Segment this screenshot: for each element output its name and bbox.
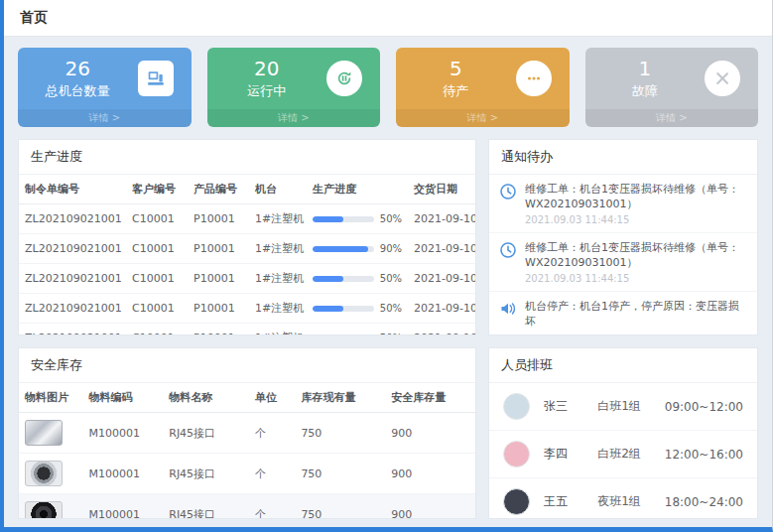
stat-card[interactable]: 20 运行中 [207,48,381,127]
column-header: 物料名称 [163,383,249,413]
stat-value: 5 [396,57,516,80]
material-photo [25,420,63,446]
cell-code: M100001 [83,494,164,520]
progress-percent: 50% [380,213,402,224]
notification-item[interactable]: 维修工单：机台1变压器损坏待维修（单号：WX202109031001） 2021… [489,233,757,292]
notification-text: 机台停产：机台1停产，停产原因：变压器损坏 [525,299,747,330]
notification-list: 维修工单：机台1变压器损坏待维修（单号：WX202109031001） 2021… [489,175,757,335]
notification-item[interactable]: 机台停产：机台1停产，停产原因：变压器损坏 [489,292,757,335]
table-row: ZL202109021001 C10001 P10001 1#注塑机 50% [19,264,475,294]
staff-list: 张三 白班1组 09:00~12:00 李四 白班2组 12:00~16:00 [489,383,757,519]
staff-shift: 白班2组 [597,446,665,463]
notification-body: 机台停产：机台1停产，停产原因：变压器损坏 [525,299,747,332]
stat-label: 故障 [585,82,706,100]
cell-name: RJ45接口 [163,494,249,520]
staff-name: 李四 [544,446,597,463]
cell-product: P10001 [188,204,249,234]
staff-name: 张三 [544,398,597,415]
cell-progress: 50% [307,294,408,324]
notification-text: 维修工单：机台1变压器损坏待维修（单号：WX202109031001） [525,240,747,271]
avatar [503,488,530,515]
progress-percent: 90% [380,243,402,254]
cell-order: ZL202109021001 [19,234,126,264]
cell-code: M100001 [83,454,164,494]
detail-link[interactable]: 详情 > [18,109,192,127]
stat-card[interactable]: 26 总机台数量 [18,48,192,127]
notification-time: 2021.09.03 11:44:15 [525,214,747,225]
inventory-header-row: 物料图片 物料编码 物料名称 单位 库存现有量 安全库存量 [19,383,475,413]
progress-track [313,216,374,222]
stat-icon [326,61,362,96]
notification-item[interactable]: 维修工单：机台1变压器损坏待维修（单号：WX202109031001） 2021… [489,175,757,233]
table-row: ZL202109021001 C10001 P10001 1#注塑机 50% [19,204,475,234]
cell-date: 2021-09-10 [408,324,475,336]
production-panel: 生产进度 制令单编号 客户编号 产品编号 机台 生 [18,139,476,335]
avatar [503,393,530,420]
right-column: 通知待办 [488,139,758,519]
notification-icon [499,183,517,200]
cell-customer: C10001 [126,294,188,324]
column-header: 安全库存量 [385,383,475,413]
stat-label: 待产 [396,82,516,100]
cell-unit: 个 [249,454,295,494]
stat-card[interactable]: 1 故障 [585,48,759,127]
stat-icon [138,61,174,96]
progress-indicator: 50% [313,273,402,284]
inventory-panel: 安全库存 物料图片 物料编码 物料名称 单位 库存 [18,347,476,519]
panel-title-inventory: 安全库存 [19,348,475,383]
cell-date: 2021-09-10 [408,234,475,264]
progress-indicator: 90% [313,243,402,254]
cell-progress: 50% [307,324,408,336]
stat-label: 总机台数量 [18,82,138,100]
detail-link[interactable]: 详情 > [207,109,381,127]
cell-order: ZL202109021001 [19,324,126,336]
cell-date: 2021-09-10 [408,264,475,294]
cell-unit: 个 [249,413,295,454]
cell-progress: 50% [307,264,408,294]
cell-safety: 900 [385,413,475,454]
cell-product: P10001 [188,294,249,324]
production-header-row: 制令单编号 客户编号 产品编号 机台 生产进度 交货日期 [19,175,475,204]
column-header: 交货日期 [408,175,475,204]
stat-card[interactable]: 5 待产 [396,48,570,127]
notification-text: 维修工单：机台1变压器损坏待维修（单号：WX202109031001） [525,182,747,212]
cell-image [19,413,83,454]
staff-shift: 白班1组 [597,398,665,415]
staff-row: 张三 白班1组 09:00~12:00 [489,383,757,431]
column-header: 机台 [249,175,307,204]
panel-title-production: 生产进度 [19,140,475,175]
cell-order: ZL202109021001 [19,264,126,294]
cell-image [19,494,83,520]
cell-safety: 900 [385,454,475,494]
stat-icon [516,61,552,96]
cell-stock: 750 [295,494,385,520]
stat-card-info: 1 故障 [585,57,706,100]
stat-value: 20 [207,57,327,80]
stat-card-info: 5 待产 [396,57,516,100]
stat-card-info: 26 总机台数量 [18,57,138,100]
speaker-icon [499,300,517,318]
notifications-panel: 通知待办 [488,139,758,335]
cell-safety: 900 [385,494,475,520]
dashboard-content: 26 总机台数量 [4,37,772,527]
progress-bar [313,276,343,282]
detail-link[interactable]: 详情 > [585,109,759,127]
progress-percent: 50% [380,273,402,284]
detail-link[interactable]: 详情 > [396,109,570,127]
material-photo [25,461,63,486]
cell-machine: 1#注塑机 [249,204,307,234]
progress-track [313,276,374,282]
cell-name: RJ45接口 [163,413,249,454]
tab-home[interactable]: 首页 [20,9,48,27]
cell-customer: C10001 [126,234,188,264]
cell-image [19,454,83,494]
notification-time: 2021.09.03 11:44:15 [525,273,747,284]
progress-bar [313,306,343,312]
staff-time: 09:00~12:00 [665,400,743,414]
column-header: 产品编号 [188,175,249,204]
stat-card-main: 5 待产 [396,48,570,109]
cell-name: RJ45接口 [163,454,249,494]
staff-row: 王五 夜班1组 18:00~24:00 [489,478,757,519]
stat-cards: 26 总机台数量 [18,48,758,127]
cell-code: M100001 [83,413,164,454]
